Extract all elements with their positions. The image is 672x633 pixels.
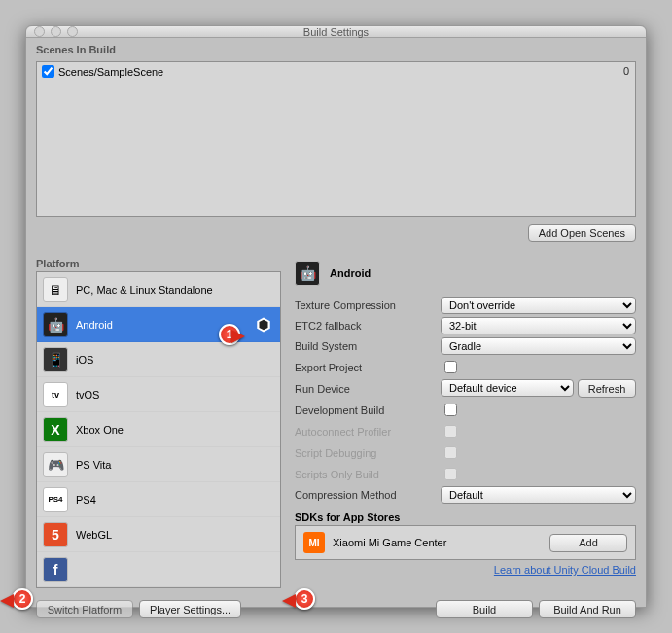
scenes-label: Scenes In Build — [36, 42, 636, 57]
checkbox-dev-build[interactable] — [444, 404, 457, 416]
platform-list: 🖥 PC, Mac & Linux Standalone 🤖 Android 📱 — [36, 271, 281, 588]
select-run-device[interactable]: Default device — [441, 379, 574, 397]
build-and-run-button[interactable]: Build And Run — [539, 600, 636, 618]
checkbox-export-project[interactable] — [444, 361, 457, 373]
callout-2: 2 — [12, 588, 33, 610]
platform-item-xboxone[interactable]: X Xbox One — [37, 412, 280, 447]
label-script-debug: Script Debugging — [295, 447, 441, 459]
platform-label: Platform — [36, 256, 281, 271]
platform-item-ps4[interactable]: PS4 PS4 — [37, 482, 280, 517]
scene-name: Scenes/SampleScene — [58, 66, 163, 78]
fb-icon: f — [43, 557, 68, 582]
add-open-scenes-button[interactable]: Add Open Scenes — [528, 224, 636, 242]
scene-checkbox[interactable] — [42, 65, 54, 78]
checkbox-script-debug — [444, 446, 457, 459]
label-texture-compression: Texture Compression — [295, 299, 441, 311]
unity-logo-icon — [255, 316, 272, 334]
xiaomi-icon: MI — [303, 532, 325, 553]
platform-item-psvita[interactable]: 🎮 PS Vita — [37, 447, 280, 482]
titlebar: Build Settings — [26, 26, 646, 38]
sdk-add-button[interactable]: Add — [549, 534, 627, 552]
label-autoconnect: Autoconnect Profiler — [295, 426, 441, 438]
scene-row[interactable]: Scenes/SampleScene 0 — [42, 65, 630, 78]
platform-item-label: tvOS — [76, 389, 99, 401]
standalone-icon: 🖥 — [43, 277, 68, 302]
platform-item-webgl[interactable]: 5 WebGL — [37, 517, 280, 552]
tvos-icon: tv — [43, 382, 68, 407]
android-icon: 🤖 — [295, 261, 320, 286]
select-etc2[interactable]: 32-bit — [441, 317, 636, 334]
ios-icon: 📱 — [43, 347, 68, 372]
platform-item-label: PS4 — [76, 494, 96, 506]
select-texture-compression[interactable]: Don't override — [441, 297, 636, 314]
checkbox-autoconnect — [444, 425, 457, 438]
label-scripts-only: Scripts Only Build — [295, 469, 441, 480]
android-icon: 🤖 — [43, 312, 68, 337]
platform-item-label: PC, Mac & Linux Standalone — [76, 284, 213, 296]
scene-index: 0 — [623, 65, 629, 77]
platform-item-label: iOS — [76, 354, 93, 366]
scenes-box: Scenes/SampleScene 0 — [36, 61, 636, 217]
selected-platform-title: Android — [330, 267, 371, 279]
label-dev-build: Development Build — [295, 404, 441, 416]
selected-platform-header: 🤖 Android — [295, 256, 636, 291]
build-settings-window: Build Settings Scenes In Build Scenes/Sa… — [25, 25, 647, 608]
label-compression-method: Compression Method — [295, 489, 441, 501]
build-button[interactable]: Build — [436, 600, 533, 618]
platform-item-more[interactable]: f — [37, 552, 280, 587]
label-build-system: Build System — [295, 340, 441, 352]
switch-platform-button: Switch Platform — [36, 600, 133, 618]
select-build-system[interactable]: Gradle — [441, 337, 636, 355]
svg-marker-1 — [260, 319, 268, 330]
cloud-build-link[interactable]: Learn about Unity Cloud Build — [494, 564, 636, 576]
callout-1: 1 — [219, 324, 240, 345]
platform-item-standalone[interactable]: 🖥 PC, Mac & Linux Standalone — [37, 272, 280, 307]
checkbox-scripts-only — [444, 468, 457, 480]
label-etc2: ETC2 fallback — [295, 320, 441, 332]
label-run-device: Run Device — [295, 383, 441, 395]
psvita-icon: 🎮 — [43, 452, 68, 477]
select-compression-method[interactable]: Default — [441, 486, 636, 504]
label-export-project: Export Project — [295, 362, 441, 373]
sdk-box: MI Xiaomi Mi Game Center Add — [295, 525, 636, 560]
platform-item-label: Xbox One — [76, 424, 124, 436]
refresh-button[interactable]: Refresh — [578, 379, 636, 398]
player-settings-button[interactable]: Player Settings... — [139, 600, 241, 618]
ps4-icon: PS4 — [43, 487, 68, 512]
window-title: Build Settings — [26, 26, 646, 38]
platform-item-label: WebGL — [76, 529, 112, 541]
webgl-icon: 5 — [43, 522, 68, 547]
sdk-label: SDKs for App Stores — [295, 511, 636, 523]
callout-3: 3 — [294, 588, 315, 610]
platform-item-label: PS Vita — [76, 459, 112, 471]
sdk-item-name: Xiaomi Mi Game Center — [333, 537, 446, 548]
platform-item-tvos[interactable]: tv tvOS — [37, 377, 280, 412]
platform-item-label: Android — [76, 319, 113, 331]
platform-item-ios[interactable]: 📱 iOS — [37, 342, 280, 377]
xbox-icon: X — [43, 417, 68, 442]
